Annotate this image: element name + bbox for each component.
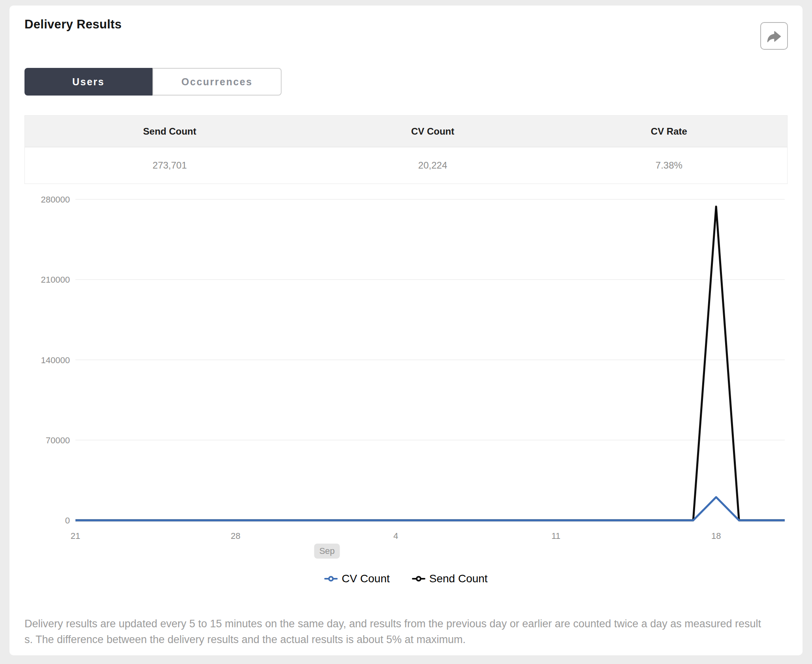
y-axis-tick-label: 140000 [41, 355, 70, 365]
summary-value: 20,224 [314, 147, 551, 184]
y-axis-tick-label: 210000 [41, 275, 70, 285]
legend-line-marker-icon [324, 575, 338, 582]
x-axis-tick-label: 28 [231, 531, 240, 541]
x-axis-tick-label: 21 [71, 531, 80, 541]
tab-users[interactable]: Users [24, 68, 152, 96]
footnote-line: s. The difference between the delivery r… [24, 632, 791, 647]
share-button[interactable] [760, 22, 788, 50]
share-icon [766, 28, 782, 44]
y-axis-tick-label: 70000 [46, 435, 70, 445]
legend-line-marker-icon [412, 575, 425, 582]
x-axis-tick-label: 11 [551, 531, 560, 541]
summary-table-value-row: 273,70120,2247.38% [25, 147, 787, 184]
legend-item-send-count[interactable]: Send Count [412, 572, 488, 585]
x-axis-tick-label: 18 [711, 531, 721, 541]
x-axis-tick-label: 4 [393, 531, 398, 541]
series-line-send-count [75, 206, 785, 520]
y-axis-tick-label: 0 [65, 516, 70, 525]
legend-label: Send Count [429, 572, 488, 585]
summary-col-header: CV Count [314, 116, 551, 147]
delivery-chart: 070000140000210000280000212841118 [9, 179, 803, 550]
series-line-cv-count [75, 497, 785, 520]
summary-col-header: CV Rate [551, 116, 787, 147]
summary-value: 273,701 [25, 147, 314, 184]
footnote-line: Delivery results are updated every 5 to … [24, 616, 791, 632]
page-title: Delivery Results [24, 17, 122, 32]
view-mode-tabs: UsersOccurrences [24, 68, 282, 96]
legend-label: CV Count [342, 572, 389, 585]
y-axis-tick-label: 280000 [41, 195, 70, 204]
summary-value: 7.38% [551, 147, 787, 184]
delivery-results-card: Delivery Results UsersOccurrences Send C… [9, 6, 803, 655]
chart-legend: CV CountSend Count [9, 572, 803, 585]
month-axis-badge: Sep [314, 544, 340, 559]
summary-table-header-row: Send CountCV CountCV Rate [25, 116, 787, 147]
footnote-text: Delivery results are updated every 5 to … [24, 616, 791, 647]
legend-item-cv-count[interactable]: CV Count [324, 572, 389, 585]
summary-col-header: Send Count [25, 116, 314, 147]
tab-occurrences[interactable]: Occurrences [152, 68, 282, 96]
summary-table: Send CountCV CountCV Rate 273,70120,2247… [24, 115, 788, 184]
